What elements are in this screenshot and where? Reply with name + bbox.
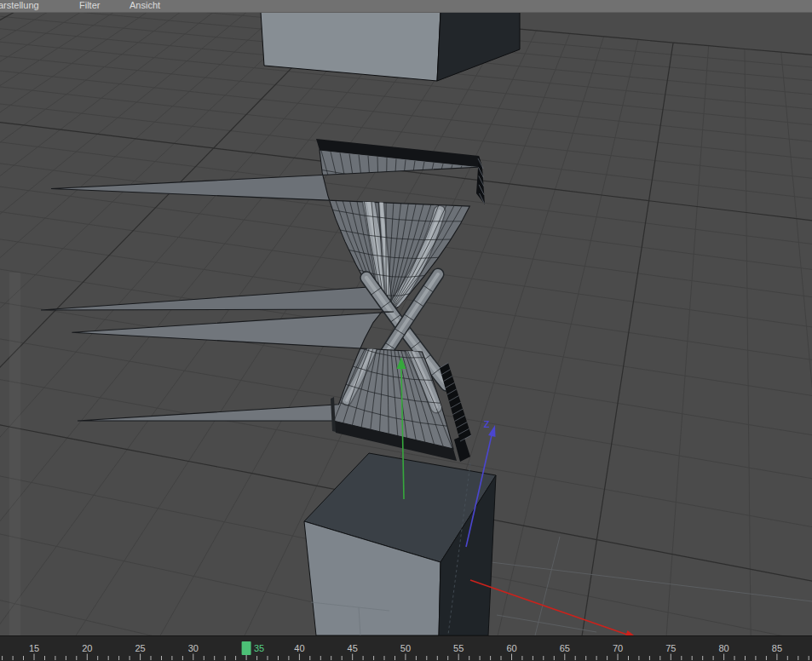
frame-label: 70	[613, 643, 623, 653]
frame-label: 55	[453, 643, 464, 653]
z-axis-label: Z	[484, 419, 490, 429]
viewport-3d[interactable]: Z	[0, 13, 812, 635]
frame-label: 65	[560, 643, 570, 653]
menu-item-filter[interactable]: Filter	[79, 0, 100, 12]
frame-label: 40	[294, 643, 304, 653]
cube-top-side-face[interactable]	[437, 13, 520, 81]
application-window: Darstellung Filter Ansicht	[0, 0, 812, 661]
current-frame-marker[interactable]	[242, 641, 251, 655]
menu-item-ansicht[interactable]: Ansicht	[130, 0, 160, 12]
timeline-ruler[interactable]: 152025304045505560657075808535	[0, 635, 812, 661]
frame-label: 45	[348, 643, 358, 653]
frame-label: 85	[772, 643, 782, 653]
twisted-box[interactable]	[41, 139, 485, 462]
frame-label: 60	[506, 643, 516, 653]
menu-item-darstellung[interactable]: Darstellung	[0, 0, 39, 12]
frame-label: 50	[400, 643, 411, 653]
frame-label: 20	[82, 643, 92, 653]
frame-label: 30	[188, 643, 199, 653]
frame-label: 75	[665, 643, 676, 653]
frame-label: 15	[29, 643, 39, 653]
cube-top[interactable]	[261, 13, 520, 81]
cube-top-front-face[interactable]	[261, 13, 441, 81]
timeline-ruler-svg[interactable]: 152025304045505560657075808535	[0, 635, 812, 661]
current-frame-label: 35	[254, 643, 264, 653]
scene-svg[interactable]: Z	[0, 13, 812, 635]
frame-label: 80	[718, 643, 728, 653]
viewport-menu-bar: Darstellung Filter Ansicht	[0, 0, 812, 13]
frame-label: 25	[135, 643, 145, 653]
